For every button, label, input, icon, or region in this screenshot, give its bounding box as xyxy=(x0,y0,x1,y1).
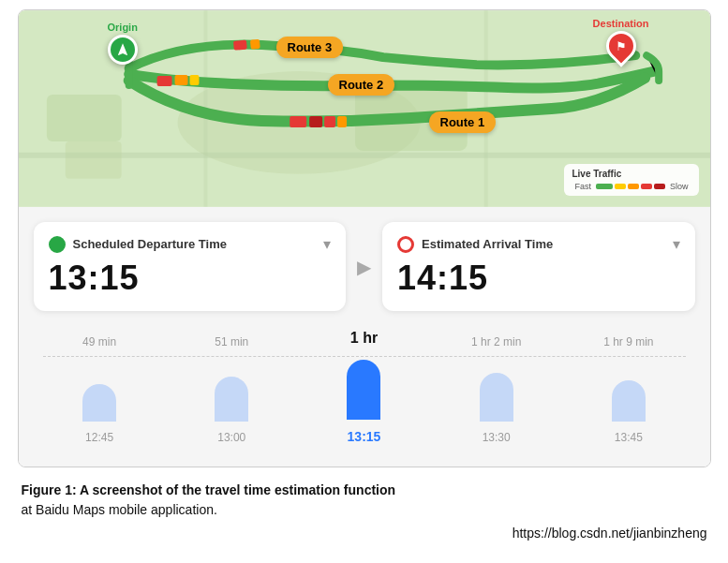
departure-header: Scheduled Departure Time ▾ xyxy=(49,235,332,253)
svg-rect-8 xyxy=(232,40,246,51)
fast-label: Fast xyxy=(574,182,591,191)
duration-picker: 49 min12:4551 min13:001 hr13:151 hr 2 mi… xyxy=(34,330,695,452)
duration-label-2: 1 hr xyxy=(350,330,378,347)
duration-item-2[interactable]: 1 hr13:15 xyxy=(331,330,396,444)
arrival-title: Estimated Arrival Time xyxy=(422,237,665,251)
route2-label[interactable]: Route 2 xyxy=(328,74,395,96)
duration-bar-wrap-2 xyxy=(347,354,380,420)
route1-label[interactable]: Route 1 xyxy=(429,111,497,133)
duration-time-0: 12:45 xyxy=(85,431,113,444)
duration-label-4: 1 hr 9 min xyxy=(603,335,653,348)
arrival-card[interactable]: Estimated Arrival Time ▾ 14:15 xyxy=(382,222,695,311)
duration-bar-2 xyxy=(347,360,380,420)
arrival-time: 14:15 xyxy=(397,259,680,298)
duration-bar-0 xyxy=(82,384,116,422)
time-cards: Scheduled Departure Time ▾ 13:15 ▶ Estim… xyxy=(34,222,695,311)
svg-rect-16 xyxy=(337,116,347,127)
bottom-panel: Scheduled Departure Time ▾ 13:15 ▶ Estim… xyxy=(19,207,710,467)
svg-rect-3 xyxy=(46,95,121,141)
svg-rect-13 xyxy=(290,116,306,127)
arrival-header: Estimated Arrival Time ▾ xyxy=(397,235,680,253)
dashed-line xyxy=(43,356,686,357)
arrival-chevron[interactable]: ▾ xyxy=(673,235,680,253)
svg-rect-15 xyxy=(324,116,335,127)
duration-time-1: 13:00 xyxy=(217,431,245,444)
destination-label: Destination xyxy=(593,18,649,29)
destination-marker: Destination ⚑ xyxy=(593,18,649,70)
duration-bar-1 xyxy=(215,377,248,422)
duration-item-4[interactable]: 1 hr 9 min13:45 xyxy=(596,335,661,444)
slow-seg xyxy=(628,184,639,189)
traffic-legend: Live Traffic Fast Slow xyxy=(564,164,698,196)
origin-label: Origin xyxy=(108,22,138,33)
duration-bar-3 xyxy=(480,373,513,422)
very-slow-seg xyxy=(641,184,652,189)
departure-card[interactable]: Scheduled Departure Time ▾ 13:15 xyxy=(34,222,347,311)
traffic-bar: Fast Slow xyxy=(572,182,691,191)
duration-label-3: 1 hr 2 min xyxy=(471,335,521,348)
duration-bar-wrap-0 xyxy=(82,356,116,422)
figure-bold-text: Figure 1: A screenshot of the travel tim… xyxy=(22,482,396,497)
screenshot-container: Origin Destination ⚑ Route 3 Route 2 Rou… xyxy=(18,9,711,467)
departure-time: 13:15 xyxy=(49,259,332,298)
duration-item-3[interactable]: 1 hr 2 min13:30 xyxy=(464,335,529,444)
fast-seg xyxy=(596,184,613,189)
duration-label-1: 51 min xyxy=(215,335,248,348)
figure-caption: Figure 1: A screenshot of the travel tim… xyxy=(18,481,711,543)
origin-marker: Origin xyxy=(108,22,138,65)
departure-chevron[interactable]: ▾ xyxy=(323,235,331,253)
slow-label: Slow xyxy=(670,182,689,191)
route3-label[interactable]: Route 3 xyxy=(276,37,344,58)
traffic-legend-title: Live Traffic xyxy=(572,169,691,179)
svg-rect-9 xyxy=(249,39,260,50)
svg-rect-12 xyxy=(189,75,199,85)
duration-item-0[interactable]: 49 min12:45 xyxy=(67,335,132,444)
departure-dot xyxy=(49,236,66,253)
duration-track: 49 min12:4551 min13:001 hr13:151 hr 2 mi… xyxy=(34,330,695,452)
duration-time-3: 13:30 xyxy=(483,431,511,444)
map-section: Origin Destination ⚑ Route 3 Route 2 Rou… xyxy=(19,10,710,207)
stop-seg xyxy=(654,184,665,189)
duration-bar-wrap-3 xyxy=(480,356,513,422)
svg-rect-11 xyxy=(174,75,187,85)
arrival-dot xyxy=(397,236,414,253)
flag-icon: ⚑ xyxy=(616,39,627,53)
duration-time-2: 13:15 xyxy=(348,429,381,444)
duration-bar-wrap-1 xyxy=(215,356,248,422)
svg-rect-10 xyxy=(156,76,171,86)
navigation-icon xyxy=(115,42,130,57)
departure-title: Scheduled Departure Time xyxy=(73,237,317,251)
svg-rect-14 xyxy=(309,116,322,127)
origin-pin xyxy=(108,35,138,65)
watermark: https://blog.csdn.net/jianbinzheng xyxy=(22,524,707,543)
duration-label-0: 49 min xyxy=(82,335,116,348)
duration-item-1[interactable]: 51 min13:00 xyxy=(199,335,264,444)
figure-normal-text: at Baidu Maps mobile application. xyxy=(22,502,217,517)
duration-bar-4 xyxy=(612,380,646,422)
arrow-between: ▶ xyxy=(357,256,371,278)
medium-seg xyxy=(615,184,626,189)
svg-rect-4 xyxy=(65,141,121,179)
duration-bar-wrap-4 xyxy=(612,356,646,422)
duration-time-4: 13:45 xyxy=(615,431,643,444)
